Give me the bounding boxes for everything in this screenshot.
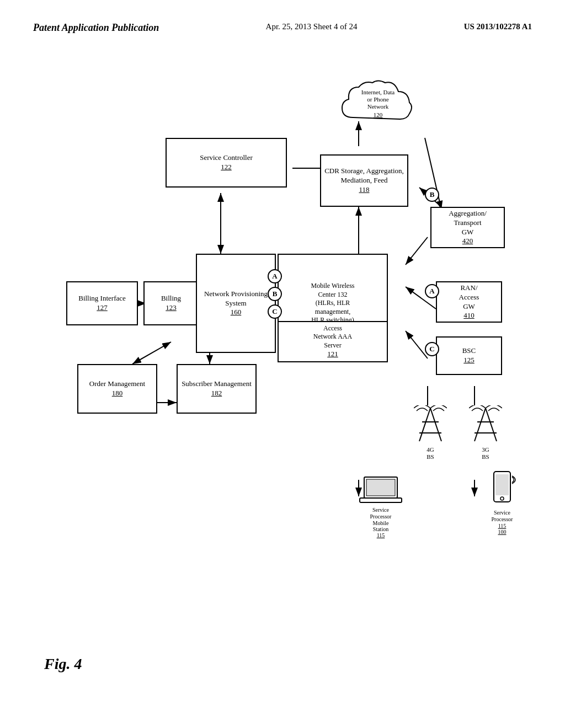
service-processor-mobile: ServiceProcessor MobileStation 115: [348, 474, 414, 538]
service-controller-box: Service Controller 122: [166, 138, 287, 188]
marker-c-mid: C: [268, 304, 282, 319]
svg-line-21: [419, 408, 430, 441]
svg-line-7: [132, 342, 171, 364]
header: Patent Application Publication Apr. 25, …: [33, 22, 532, 34]
aggregation-num: 420: [462, 237, 473, 246]
svg-line-13: [406, 237, 428, 265]
mobile-station-label: MobileStation: [348, 520, 414, 532]
4g-bs-tower: 4GBS: [408, 405, 452, 461]
ran-access-box: RAN/AccessGW 410: [436, 281, 502, 323]
service-controller-num: 122: [221, 163, 232, 172]
cdr-storage-box: CDR Storage, Aggregation, Mediation, Fee…: [320, 154, 408, 207]
3g-bs-label: 3GBS: [463, 446, 508, 461]
marker-a-right: A: [425, 284, 439, 298]
bsc-box: BSC 125: [436, 336, 502, 375]
bsc-num: 125: [463, 356, 475, 365]
svg-line-22: [430, 408, 441, 441]
publication-title: Patent Application Publication: [33, 22, 159, 34]
diagram: Service Controller 122 CDR Storage, Aggr…: [22, 66, 543, 684]
svg-rect-30: [366, 479, 395, 496]
svg-line-25: [475, 408, 486, 441]
svg-line-15: [406, 331, 428, 358]
cloud-network: Internet, Dataor PhoneNetwork 120: [337, 76, 419, 131]
marker-b-mid: B: [268, 287, 282, 301]
mobile-station-num: 115: [348, 532, 414, 538]
service-processor-phone-label: ServiceProcessor: [475, 510, 530, 523]
mobile-wireless-label: Mobile WirelessCenter 132(HLRs, HLRmanag…: [311, 282, 355, 325]
marker-b-top: B: [425, 188, 439, 202]
4g-bs-label: 4GBS: [408, 446, 452, 461]
cloud-num: 120: [374, 111, 383, 119]
aggregation-transport-box: Aggregation/TransportGW 420: [430, 207, 505, 248]
billing-interface-label: Billing Interface: [78, 294, 126, 303]
mobile-device-num: 115: [475, 523, 530, 529]
mobile-device-100: 100: [475, 529, 530, 535]
ran-label: RAN/AccessGW: [459, 283, 479, 312]
billing-label: Billing: [161, 294, 181, 303]
access-aaa-box: AccessNetwork AAAServer 121: [278, 321, 388, 362]
patent-number: US 2013/102278 A1: [464, 22, 532, 31]
network-provisioning-num: 160: [231, 308, 242, 317]
billing-interface-box: Billing Interface 127: [66, 281, 138, 325]
svg-rect-33: [495, 474, 509, 495]
ran-num: 410: [463, 311, 475, 320]
page: Patent Application Publication Apr. 25, …: [0, 0, 565, 728]
cdr-label: CDR Storage, Aggregation, Mediation, Fee…: [321, 167, 407, 185]
svg-rect-31: [360, 498, 402, 502]
access-aaa-label: AccessNetwork AAAServer: [313, 324, 352, 350]
network-provisioning-label: Network Provisioning System: [197, 290, 275, 308]
svg-line-26: [486, 408, 497, 441]
order-management-label: Order Management: [89, 379, 145, 389]
cloud-label: Internet, Dataor PhoneNetwork: [361, 89, 395, 111]
order-management-num: 180: [112, 389, 123, 398]
billing-num: 123: [166, 303, 177, 313]
billing-box: Billing 123: [143, 281, 199, 325]
marker-a-mid: A: [268, 269, 282, 283]
sheet-info: Apr. 25, 2013 Sheet 4 of 24: [266, 22, 358, 31]
subscriber-management-label: Subscriber Management: [182, 379, 252, 389]
cloud-text: Internet, Dataor PhoneNetwork 120: [337, 76, 419, 131]
billing-interface-num: 127: [97, 303, 108, 313]
network-provisioning-box: Network Provisioning System 160: [196, 254, 276, 353]
subscriber-management-num: 182: [211, 389, 222, 398]
bsc-label: BSC: [462, 346, 476, 356]
fig-label: Fig. 4: [44, 655, 82, 673]
aggregation-label: Aggregation/TransportGW: [449, 209, 487, 237]
svg-point-34: [500, 497, 504, 500]
subscriber-management-box: Subscriber Management 182: [177, 364, 257, 414]
3g-bs-tower: 3GBS: [463, 405, 508, 461]
cdr-num: 118: [359, 185, 369, 195]
marker-c-right: C: [425, 342, 439, 356]
service-controller-label: Service Controller: [200, 153, 253, 163]
service-processor-label: ServiceProcessor: [348, 507, 414, 520]
service-processor-phone: ServiceProcessor 115 100: [475, 469, 530, 535]
order-management-box: Order Management 180: [77, 364, 157, 414]
access-aaa-num: 121: [327, 350, 338, 359]
